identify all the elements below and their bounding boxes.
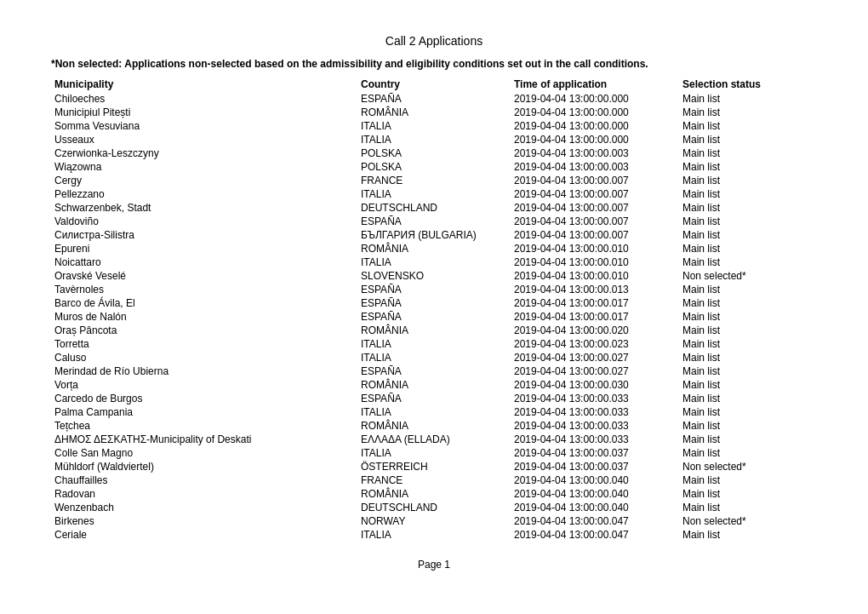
cell-municipality: Caluso (51, 351, 357, 364)
cell-municipality: Ceriale (51, 528, 357, 542)
cell-country: FRANCE (357, 473, 511, 487)
table-row: ChauffaillesFRANCE2019-04-04 13:00:00.04… (51, 473, 817, 487)
table-row: Merindad de Río UbiernaESPAÑA2019-04-04 … (51, 364, 817, 378)
cell-status: Main list (679, 378, 817, 392)
cell-status: Main list (679, 255, 817, 269)
cell-time: 2019-04-04 13:00:00.027 (511, 351, 679, 364)
table-row: Municipiul PiteștiROMÂNIA2019-04-04 13:0… (51, 106, 817, 119)
cell-time: 2019-04-04 13:00:00.000 (511, 92, 679, 106)
cell-country: ITALIA (357, 351, 511, 364)
cell-status: Main list (679, 501, 817, 514)
cell-country: ITALIA (357, 405, 511, 419)
table-row: NoicattaroITALIA2019-04-04 13:00:00.010M… (51, 255, 817, 269)
cell-status: Main list (679, 160, 817, 174)
cell-status: Main list (679, 528, 817, 542)
cell-country: ITALIA (357, 119, 511, 133)
cell-time: 2019-04-04 13:00:00.027 (511, 364, 679, 378)
cell-country: ROMÂNIA (357, 242, 511, 255)
cell-time: 2019-04-04 13:00:00.013 (511, 283, 679, 296)
table-row: Colle San MagnoITALIA2019-04-04 13:00:00… (51, 446, 817, 460)
cell-municipality: Municipiul Pitești (51, 106, 357, 119)
cell-municipality: Barco de Ávila, El (51, 296, 357, 310)
cell-status: Main list (679, 283, 817, 296)
cell-country: ESPAÑA (357, 283, 511, 296)
table-row: Palma CampaniaITALIA2019-04-04 13:00:00.… (51, 405, 817, 419)
cell-country: ROMÂNIA (357, 419, 511, 433)
cell-time: 2019-04-04 13:00:00.033 (511, 405, 679, 419)
cell-time: 2019-04-04 13:00:00.033 (511, 433, 679, 446)
cell-time: 2019-04-04 13:00:00.000 (511, 106, 679, 119)
cell-country: ESPAÑA (357, 364, 511, 378)
cell-status: Main list (679, 296, 817, 310)
cell-country: ROMÂNIA (357, 487, 511, 501)
cell-time: 2019-04-04 13:00:00.007 (511, 215, 679, 228)
page-footer: Page 1 (51, 559, 817, 571)
table-row: BirkenesNORWAY2019-04-04 13:00:00.047Non… (51, 514, 817, 528)
cell-time: 2019-04-04 13:00:00.010 (511, 242, 679, 255)
cell-country: ESPAÑA (357, 310, 511, 324)
cell-municipality: Силистра-Silistra (51, 228, 357, 242)
cell-country: ESPAÑA (357, 92, 511, 106)
cell-time: 2019-04-04 13:00:00.040 (511, 501, 679, 514)
table-row: EpureniROMÂNIA2019-04-04 13:00:00.010Mai… (51, 242, 817, 255)
cell-municipality: Birkenes (51, 514, 357, 528)
cell-time: 2019-04-04 13:00:00.037 (511, 446, 679, 460)
col-header-status: Selection status (679, 77, 817, 92)
cell-country: NORWAY (357, 514, 511, 528)
cell-status: Main list (679, 310, 817, 324)
table-row: Somma VesuvianaITALIA2019-04-04 13:00:00… (51, 119, 817, 133)
cell-municipality: Merindad de Río Ubierna (51, 364, 357, 378)
cell-country: ITALIA (357, 446, 511, 460)
table-row: TavèrnolesESPAÑA2019-04-04 13:00:00.013M… (51, 283, 817, 296)
cell-time: 2019-04-04 13:00:00.010 (511, 255, 679, 269)
table-row: Muros de NalónESPAÑA2019-04-04 13:00:00.… (51, 310, 817, 324)
cell-time: 2019-04-04 13:00:00.037 (511, 460, 679, 473)
table-row: CergyFRANCE2019-04-04 13:00:00.007Main l… (51, 174, 817, 187)
page-title: Call 2 Applications (51, 34, 817, 48)
table-row: WiązownaPOLSKA2019-04-04 13:00:00.003Mai… (51, 160, 817, 174)
cell-municipality: Carcedo de Burgos (51, 392, 357, 405)
cell-status: Non selected* (679, 269, 817, 283)
cell-time: 2019-04-04 13:00:00.033 (511, 419, 679, 433)
cell-time: 2019-04-04 13:00:00.047 (511, 528, 679, 542)
cell-country: ROMÂNIA (357, 106, 511, 119)
cell-country: ROMÂNIA (357, 378, 511, 392)
table-row: ChiloechesESPAÑA2019-04-04 13:00:00.000M… (51, 92, 817, 106)
cell-municipality: Chauffailles (51, 473, 357, 487)
cell-country: ESPAÑA (357, 296, 511, 310)
cell-time: 2019-04-04 13:00:00.000 (511, 119, 679, 133)
cell-country: ITALIA (357, 255, 511, 269)
cell-municipality: Wenzenbach (51, 501, 357, 514)
cell-time: 2019-04-04 13:00:00.007 (511, 187, 679, 201)
table-row: VorțaROMÂNIA2019-04-04 13:00:00.030Main … (51, 378, 817, 392)
table-row: CalusoITALIA2019-04-04 13:00:00.027Main … (51, 351, 817, 364)
cell-time: 2019-04-04 13:00:00.007 (511, 174, 679, 187)
table-row: RadovanROMÂNIA2019-04-04 13:00:00.040Mai… (51, 487, 817, 501)
table-row: Oraș PâncotaROMÂNIA2019-04-04 13:00:00.0… (51, 324, 817, 337)
cell-municipality: Noicattaro (51, 255, 357, 269)
cell-municipality: Colle San Magno (51, 446, 357, 460)
cell-municipality: Vorța (51, 378, 357, 392)
cell-municipality: Usseaux (51, 133, 357, 146)
cell-municipality: Valdoviño (51, 215, 357, 228)
notice-text: *Non selected: Applications non-selected… (51, 58, 648, 70)
cell-country: ESPAÑA (357, 392, 511, 405)
cell-time: 2019-04-04 13:00:00.033 (511, 392, 679, 405)
cell-time: 2019-04-04 13:00:00.000 (511, 133, 679, 146)
cell-country: ESPAÑA (357, 215, 511, 228)
cell-status: Main list (679, 351, 817, 364)
cell-country: БЪЛГАРИЯ (BULGARIA) (357, 228, 511, 242)
cell-municipality: Pellezzano (51, 187, 357, 201)
cell-municipality: Cergy (51, 174, 357, 187)
table-row: Силистра-SilistraБЪЛГАРИЯ (BULGARIA)2019… (51, 228, 817, 242)
cell-country: DEUTSCHLAND (357, 201, 511, 215)
table-row: UsseauxITALIA2019-04-04 13:00:00.000Main… (51, 133, 817, 146)
cell-time: 2019-04-04 13:00:00.007 (511, 201, 679, 215)
cell-country: ÖSTERREICH (357, 460, 511, 473)
cell-status: Main list (679, 392, 817, 405)
cell-status: Main list (679, 446, 817, 460)
col-header-country: Country (357, 77, 511, 92)
cell-municipality: Chiloeches (51, 92, 357, 106)
cell-status: Main list (679, 201, 817, 215)
cell-time: 2019-04-04 13:00:00.017 (511, 296, 679, 310)
